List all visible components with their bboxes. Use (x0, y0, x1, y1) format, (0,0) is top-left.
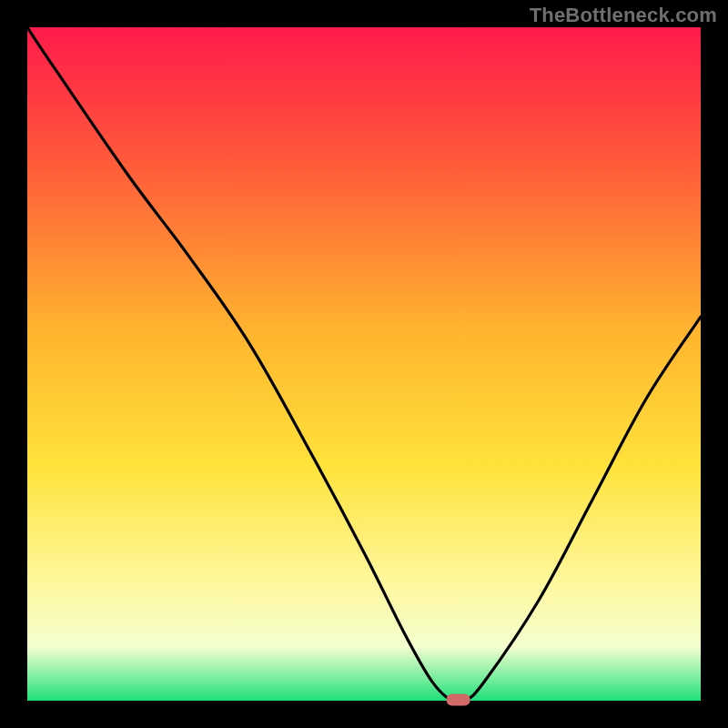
bottleneck-chart (0, 0, 728, 728)
source-watermark: TheBottleneck.com (530, 4, 717, 27)
optimal-point-marker[interactable] (447, 694, 470, 706)
chart-container: TheBottleneck.com (0, 0, 728, 728)
gradient-background (27, 27, 701, 701)
